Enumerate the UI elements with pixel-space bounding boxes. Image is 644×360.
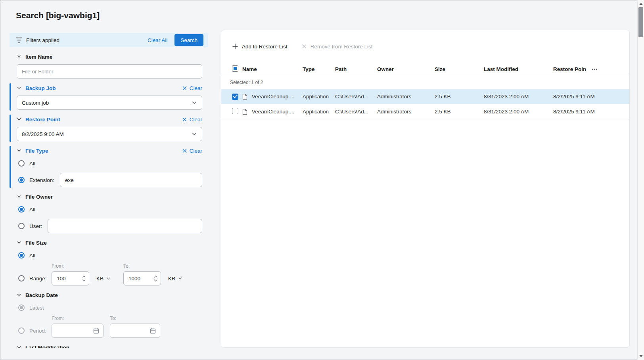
filter-label-file-size: File Size [25, 240, 47, 246]
cell-path: C:\Users\Ad... [335, 109, 377, 115]
column-header-path[interactable]: Path [335, 66, 377, 72]
number-stepper[interactable] [82, 276, 86, 281]
restore-point-clear-button[interactable]: Clear [182, 117, 202, 123]
filter-section-item-name: Item Name [10, 54, 208, 79]
filter-label-item-name: Item Name [25, 54, 52, 60]
date-to-input-group [110, 324, 160, 338]
chevron-down-icon[interactable] [17, 345, 21, 348]
size-to-input[interactable] [124, 276, 147, 281]
column-header-restore-point[interactable]: Restore Poin [553, 66, 621, 72]
chevron-down-icon[interactable] [17, 148, 21, 153]
table-row[interactable]: VeeamCleanup.... Application C:\Users\Ad… [221, 104, 629, 119]
results-toolbar: Add to Restore List Remove from Restore … [221, 30, 629, 63]
file-owner-user-label: User: [29, 223, 42, 229]
remove-from-restore-list-button[interactable]: Remove from Restore List [302, 44, 373, 50]
scrollbar-thumb[interactable] [638, 7, 643, 37]
cell-type: Application [303, 109, 335, 115]
column-header-last-modified[interactable]: Last Modified [484, 66, 553, 72]
file-type-clear-button[interactable]: Clear [182, 148, 202, 154]
size-from-label: From: [52, 263, 89, 269]
clear-all-link[interactable]: Clear All [148, 37, 167, 43]
scrollbar[interactable] [637, 0, 644, 360]
chevron-down-icon[interactable] [17, 293, 21, 297]
column-header-name[interactable]: Name [242, 66, 303, 72]
cell-size: 2.5 KB [435, 94, 484, 100]
cell-last-modified: 8/31/2023 2:00 AM [484, 94, 553, 100]
backup-date-period-label: Period: [29, 328, 46, 334]
file-size-all-label: All [29, 253, 35, 259]
file-type-extension-label: Extension: [29, 177, 54, 183]
cell-type: Application [303, 94, 335, 100]
date-from-input[interactable] [56, 328, 93, 334]
scroll-down-button[interactable] [638, 353, 644, 359]
column-header-type[interactable]: Type [303, 66, 335, 72]
size-from-unit-value: KB [96, 276, 104, 281]
size-from-input-group [52, 271, 89, 285]
calendar-icon[interactable] [93, 328, 99, 334]
results-panel: Add to Restore List Remove from Restore … [221, 30, 630, 348]
row-checkbox[interactable] [232, 108, 238, 114]
clear-label: Clear [190, 148, 202, 154]
file-owner-all-radio[interactable] [18, 206, 25, 213]
column-header-owner[interactable]: Owner [377, 66, 435, 72]
filter-section-backup-date: Backup Date Latest Period: From: To: [10, 292, 208, 338]
backup-job-value: Custom job [22, 100, 49, 106]
backup-date-period-radio[interactable] [18, 327, 25, 334]
column-header-size[interactable]: Size [435, 66, 484, 72]
chevron-down-icon[interactable] [17, 194, 21, 199]
size-from-unit-select[interactable]: KB [96, 276, 111, 281]
size-to-unit-select[interactable]: KB [168, 276, 182, 281]
filter-section-file-type: File Type Clear All Extension: [10, 147, 208, 187]
file-owner-user-radio[interactable] [18, 223, 25, 229]
backup-date-latest-radio[interactable] [18, 304, 25, 311]
selection-summary: Selected: 1 of 2 [221, 76, 629, 89]
file-icon [242, 109, 247, 115]
clear-x-icon [182, 86, 187, 90]
date-to-input[interactable] [114, 328, 150, 334]
filter-label-backup-job: Backup Job [25, 85, 56, 91]
cell-size: 2.5 KB [435, 109, 484, 115]
select-all-checkbox[interactable] [232, 65, 238, 72]
table-row[interactable]: VeeamCleanup.... Application C:\Users\Ad… [221, 89, 629, 104]
file-size-all-radio[interactable] [18, 252, 25, 259]
clear-label: Clear [190, 85, 202, 91]
backup-date-latest-label: Latest [29, 305, 44, 311]
chevron-down-icon[interactable] [17, 54, 21, 59]
number-stepper[interactable] [154, 276, 157, 281]
chevron-down-icon[interactable] [17, 86, 21, 90]
size-to-label: To: [123, 263, 161, 269]
scroll-up-button[interactable] [638, 1, 644, 7]
filter-section-file-owner: File Owner All User: [10, 193, 208, 233]
calendar-icon[interactable] [150, 328, 156, 334]
cell-last-modified: 8/31/2023 2:00 AM [484, 109, 553, 115]
remove-from-restore-list-label: Remove from Restore List [310, 44, 373, 50]
filters-header: Filters applied Clear All Search [10, 33, 208, 47]
size-from-input[interactable] [52, 276, 75, 281]
file-size-range-radio[interactable] [18, 275, 25, 281]
clear-x-icon [182, 117, 187, 122]
chevron-down-icon [192, 131, 197, 137]
backup-job-clear-button[interactable]: Clear [182, 85, 202, 91]
extension-input[interactable] [60, 173, 202, 187]
file-icon [242, 94, 247, 100]
chevron-down-icon[interactable] [17, 117, 21, 122]
file-type-extension-radio[interactable] [18, 177, 25, 183]
table-header-row: Name Type Path Owner Size Last Modified … [221, 63, 629, 76]
backup-job-select[interactable]: Custom job [17, 96, 202, 110]
column-menu-icon[interactable] [592, 69, 597, 70]
restore-point-select[interactable]: 8/2/2025 9:00 AM [17, 127, 202, 141]
filters-applied-label: Filters applied [26, 37, 59, 43]
cell-restore-point: 8/2/2025 9:11 AM [553, 94, 621, 100]
chevron-down-icon[interactable] [17, 240, 21, 245]
file-type-all-radio[interactable] [18, 160, 25, 167]
item-name-input[interactable] [17, 64, 202, 79]
cell-owner: Administrators [377, 94, 435, 100]
restore-point-header-label: Restore Poin [553, 66, 586, 72]
filter-icon [16, 37, 22, 43]
remove-x-icon [302, 44, 307, 49]
restore-point-value: 8/2/2025 9:00 AM [22, 131, 64, 137]
add-to-restore-list-button[interactable]: Add to Restore List [232, 44, 288, 50]
file-owner-user-input[interactable] [48, 219, 202, 233]
search-button[interactable]: Search [174, 34, 203, 46]
row-checkbox[interactable] [232, 94, 238, 100]
